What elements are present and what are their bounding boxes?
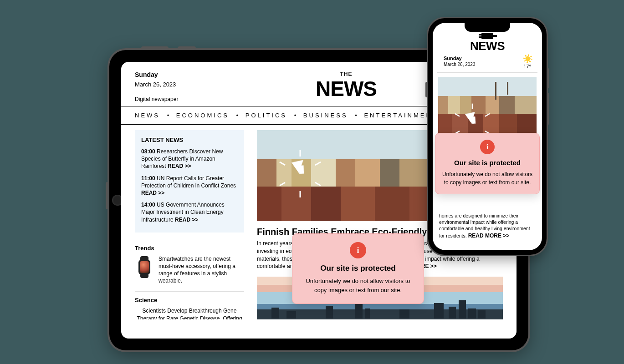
nav-item-business[interactable]: BUSINESS — [303, 112, 348, 119]
nav-item-politics[interactable]: POLITICS — [246, 112, 287, 119]
science-section: Science Scientists Develop Breakthrough … — [135, 292, 244, 319]
latest-item[interactable]: 08:00 Researchers Discover New Species o… — [141, 148, 238, 170]
phone-meta-row: Sunday March 26, 2023 17° — [437, 52, 537, 72]
smartwatch-icon — [135, 255, 154, 279]
phone-article-body: homes are designed to minimize their env… — [433, 209, 542, 239]
latest-news-box: LATEST NEWS 08:00 Researchers Discover N… — [135, 130, 244, 233]
phone-day: Sunday — [444, 56, 476, 61]
read-link[interactable]: READ >> — [141, 190, 164, 196]
info-icon: i — [480, 140, 495, 154]
info-icon: i — [350, 242, 366, 258]
latest-time: 08:00 — [141, 148, 155, 155]
phone-weather: 17° — [523, 56, 531, 69]
nav-sep: • — [355, 112, 357, 119]
latest-item[interactable]: 11:00 UN Report Calls for Greater Protec… — [141, 175, 238, 197]
header-day: Sunday — [135, 71, 235, 78]
protection-popup[interactable]: i Our site is protected Unfortunately we… — [292, 233, 424, 304]
scene: Sunday March 26, 2023 Digital newspaper … — [0, 0, 624, 364]
sidebar: LATEST NEWS 08:00 Researchers Discover N… — [135, 130, 244, 319]
nav-item-economics[interactable]: ECONOMICS — [176, 112, 229, 119]
latest-time: 11:00 — [141, 175, 155, 182]
popup-title: Our site is protected — [301, 264, 415, 273]
phone-date: March 26, 2023 — [444, 62, 476, 67]
read-link[interactable]: READ >> — [175, 217, 198, 223]
read-more-link[interactable]: READ MORE >> — [468, 233, 510, 239]
header-tagline: Digital newspaper — [135, 96, 235, 102]
masthead: THE NEWS — [235, 71, 457, 99]
read-link[interactable]: READ >> — [168, 163, 191, 169]
popup-body: Unfortunately we do not allow visitors t… — [441, 170, 534, 187]
popup-title: Our site is protected — [441, 159, 534, 167]
tablet-power-button[interactable] — [141, 46, 169, 50]
latest-heading: LATEST NEWS — [141, 136, 238, 143]
phone-temp: 17° — [523, 64, 531, 69]
latest-item[interactable]: 14:00 US Government Announces Major Inve… — [141, 201, 238, 223]
tablet-secondary-button[interactable] — [178, 46, 196, 50]
nav-sep: • — [294, 112, 297, 119]
popup-body: Unfortunately we do not allow visitors t… — [301, 277, 415, 294]
latest-text: UN Report Calls for Greater Protection o… — [141, 175, 236, 189]
trends-text: Smartwatches are the newest must-have ac… — [159, 255, 244, 285]
phone-side-button[interactable] — [547, 68, 549, 88]
trends-heading: Trends — [135, 245, 244, 252]
header-date: March 26, 2023 — [135, 81, 235, 88]
phone-date-block: Sunday March 26, 2023 — [444, 56, 476, 67]
latest-time: 14:00 — [141, 202, 155, 208]
tablet-volume-button[interactable] — [106, 182, 109, 209]
masthead-news: NEWS — [235, 78, 457, 99]
science-row[interactable]: Scientists Develop Breakthrough Gene The… — [135, 307, 244, 319]
protection-popup[interactable]: i Our site is protected Unfortunately we… — [435, 133, 540, 194]
nav-item-news[interactable]: NEWS — [135, 112, 160, 119]
nav-item-entertainment[interactable]: ENTERTAINMENT — [364, 112, 437, 119]
nav-sep: • — [167, 112, 169, 119]
science-text: Scientists Develop Breakthrough Gene The… — [137, 308, 242, 319]
header-date-block: Sunday March 26, 2023 Digital newspaper — [135, 71, 235, 102]
plug-icon — [481, 33, 493, 39]
masthead-the: THE — [235, 71, 457, 77]
phone-side-button[interactable] — [547, 93, 549, 125]
nav-sep: • — [236, 112, 239, 119]
phone-hero-image[interactable] — [438, 77, 537, 141]
trends-row[interactable]: Smartwatches are the newest must-have ac… — [135, 255, 244, 285]
science-heading: Science — [135, 297, 244, 303]
phone-notch — [465, 23, 510, 32]
phone-masthead-news: NEWS — [433, 40, 542, 52]
trends-section: Trends Smartwatches are the newest must-… — [135, 240, 244, 285]
phone-side-button[interactable] — [425, 82, 428, 97]
sun-icon — [525, 56, 531, 62]
